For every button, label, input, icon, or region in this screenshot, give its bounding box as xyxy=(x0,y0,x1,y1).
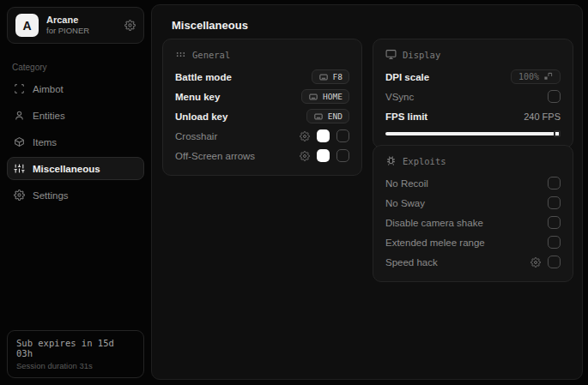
no-sway-row: No Sway xyxy=(385,193,561,213)
fps-limit-label: FPS limit xyxy=(385,111,524,122)
aimbot-icon xyxy=(14,83,25,94)
keyboard-icon xyxy=(308,93,318,101)
scale-icon xyxy=(543,72,553,81)
speed-hack-label: Speed hack xyxy=(385,257,530,268)
no-recoil-label: No Recoil xyxy=(385,178,548,189)
fps-limit-slider[interactable] xyxy=(385,132,561,135)
settings-icon xyxy=(14,189,25,201)
extended-melee-range-row: Extended melee range xyxy=(385,232,561,252)
no-recoil-row: No Recoil xyxy=(385,173,561,193)
offscreen-arrows-checkbox[interactable] xyxy=(336,149,349,162)
settings-gear-icon[interactable] xyxy=(124,20,136,31)
battle-mode-row: Battle mode F8 xyxy=(175,67,349,87)
display-section-title: Display xyxy=(403,50,440,60)
sidebar-item-items[interactable]: Items xyxy=(7,130,144,153)
crosshair-label: Crosshair xyxy=(175,131,300,141)
disable-camera-shake-checkbox[interactable] xyxy=(548,216,561,229)
bug-icon xyxy=(385,155,397,166)
entities-icon xyxy=(14,110,25,121)
sub-expiry-text: Sub expires in 15d 03h xyxy=(16,338,135,358)
sidebar-item-aimbot[interactable]: Aimbot xyxy=(7,77,144,100)
menu-key-label: Menu key xyxy=(175,92,301,102)
display-card: Display DPI scale 100% VSync FPS limit 2… xyxy=(373,39,573,148)
sidebar-item-label: Settings xyxy=(33,190,69,201)
speed-hack-row: Speed hack xyxy=(385,252,561,272)
sidebar: A Arcane for PIONER Category Aimbot xyxy=(0,0,151,385)
session-duration-text: Session duration 31s xyxy=(16,361,135,370)
fps-slider-thumb[interactable] xyxy=(554,130,561,137)
sidebar-nav: Aimbot Entities Items Miscellaneous xyxy=(0,75,151,208)
menu-key-keybind[interactable]: HOME xyxy=(301,89,349,104)
offscreen-arrows-color-swatch[interactable] xyxy=(317,149,330,162)
misc-icon xyxy=(14,163,25,174)
crosshair-settings-gear-icon[interactable] xyxy=(300,131,310,141)
disable-camera-shake-label: Disable camera shake xyxy=(385,218,548,228)
sidebar-item-label: Items xyxy=(33,137,57,147)
app-logo: A xyxy=(15,14,39,37)
vsync-checkbox[interactable] xyxy=(548,90,561,103)
keyboard-icon xyxy=(313,112,324,121)
monitor-icon xyxy=(385,49,397,60)
crosshair-checkbox[interactable] xyxy=(336,129,349,142)
app-subtitle: for PIONER xyxy=(46,26,117,36)
speed-hack-settings-gear-icon[interactable] xyxy=(530,257,541,268)
general-section-title: General xyxy=(192,50,230,60)
general-card: General Battle mode F8 Menu key HOME Unl… xyxy=(162,39,362,176)
no-sway-label: No Sway xyxy=(385,198,548,208)
disable-camera-shake-row: Disable camera shake xyxy=(385,213,561,232)
offscreen-arrows-settings-gear-icon[interactable] xyxy=(300,151,310,161)
sidebar-item-label: Miscellaneous xyxy=(33,164,100,174)
sidebar-item-miscellaneous[interactable]: Miscellaneous xyxy=(7,157,144,180)
vsync-row: VSync xyxy=(385,87,561,106)
exploits-section-title: Exploits xyxy=(403,156,446,166)
vsync-label: VSync xyxy=(385,92,548,102)
crosshair-color-swatch[interactable] xyxy=(317,129,330,142)
dpi-scale-select[interactable]: 100% xyxy=(511,69,561,84)
sidebar-item-entities[interactable]: Entities xyxy=(7,104,144,127)
general-grid-icon xyxy=(175,49,186,60)
keyboard-icon xyxy=(318,73,329,81)
dpi-scale-label: DPI scale xyxy=(385,72,511,82)
dpi-scale-value: 100% xyxy=(518,72,539,81)
unload-key-label: Unload key xyxy=(175,111,306,122)
sidebar-item-label: Entities xyxy=(33,111,65,121)
speed-hack-checkbox[interactable] xyxy=(548,256,561,268)
extended-melee-range-label: Extended melee range xyxy=(385,238,548,248)
extended-melee-range-checkbox[interactable] xyxy=(548,236,561,249)
offscreen-arrows-label: Off-Screen arrows xyxy=(175,151,300,161)
subscription-card: Sub expires in 15d 03h Session duration … xyxy=(7,330,144,378)
category-label: Category xyxy=(12,63,139,72)
main-panel: Miscellaneous General Battle mode F8 Men… xyxy=(151,4,583,380)
sidebar-item-settings[interactable]: Settings xyxy=(7,183,144,207)
dpi-scale-row: DPI scale 100% xyxy=(385,67,561,87)
no-sway-checkbox[interactable] xyxy=(548,196,561,209)
battle-mode-label: Battle mode xyxy=(175,72,312,82)
menu-key-row: Menu key HOME xyxy=(175,87,349,106)
crosshair-row: Crosshair xyxy=(175,126,349,146)
battle-mode-keybind[interactable]: F8 xyxy=(312,69,349,84)
items-icon xyxy=(14,136,25,147)
no-recoil-checkbox[interactable] xyxy=(548,177,561,189)
fps-limit-row: FPS limit 240 FPS xyxy=(385,106,561,126)
unload-key-row: Unload key END xyxy=(175,106,349,126)
fps-limit-value: 240 FPS xyxy=(524,111,561,122)
sidebar-item-label: Aimbot xyxy=(33,84,64,94)
brand-card: A Arcane for PIONER xyxy=(7,7,144,44)
app-window: A Arcane for PIONER Category Aimbot xyxy=(0,0,588,385)
unload-key-keybind[interactable]: END xyxy=(306,109,349,123)
offscreen-arrows-row: Off-Screen arrows xyxy=(175,146,349,165)
exploits-card: Exploits No Recoil No Sway Disable camer… xyxy=(373,145,573,282)
page-title: Miscellaneous xyxy=(172,19,248,32)
app-name: Arcane xyxy=(46,15,117,27)
